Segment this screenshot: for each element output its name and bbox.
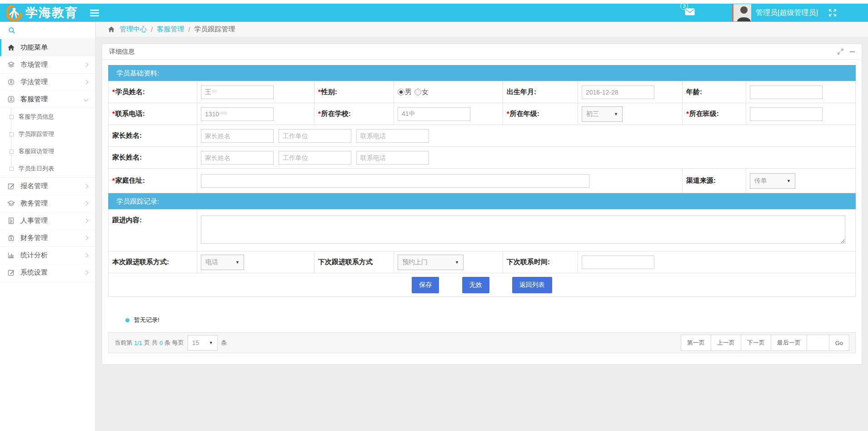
breadcrumb-home-icon[interactable] xyxy=(108,26,115,33)
school-field[interactable] xyxy=(398,107,470,121)
parent1-workplace-field[interactable] xyxy=(279,129,351,143)
address-label: *家庭住址: xyxy=(109,169,197,193)
expand-icon[interactable] xyxy=(838,49,843,55)
sidebar-search[interactable] xyxy=(0,22,95,39)
save-button[interactable]: 保存 xyxy=(412,277,439,293)
sidebar-item-study[interactable]: 学法管理 xyxy=(0,74,95,91)
sidebar-item-statistics[interactable]: 统计分析 xyxy=(0,247,95,264)
goto-page-input[interactable] xyxy=(807,335,829,351)
student-name-value: 王 xyxy=(205,88,211,96)
sidebar-item-settings[interactable]: 系统设置 xyxy=(0,264,95,281)
first-page-button[interactable]: 第一页 xyxy=(681,335,711,351)
sub-item-label: 学员跟踪管理 xyxy=(19,130,54,138)
parent2-name-field[interactable] xyxy=(201,151,274,165)
chevron-right-icon xyxy=(84,219,89,223)
address-field[interactable] xyxy=(201,174,589,188)
per-page-select[interactable]: 15 ▼ xyxy=(188,335,218,351)
detail-panel: 详细信息 学员基础资料: xyxy=(102,44,862,365)
sidebar-subitem-birthday-list[interactable]: 学员生日列表 xyxy=(0,160,95,177)
sidebar-item-function-menu[interactable]: 功能菜单 xyxy=(0,39,95,56)
search-input[interactable] xyxy=(19,27,83,34)
next-time-field[interactable] xyxy=(582,256,654,269)
school-label: *所在学校: xyxy=(314,103,394,125)
sidebar-item-market[interactable]: 市场管理 xyxy=(0,56,95,74)
invalid-button[interactable]: 无效 xyxy=(462,277,489,293)
table-row: 家长姓名: xyxy=(109,147,856,169)
gender-radio-male[interactable] xyxy=(398,89,404,95)
caret-down-icon: ▼ xyxy=(235,260,239,265)
breadcrumb-link-admin-center[interactable]: 管理中心 xyxy=(120,25,147,34)
id-card-icon xyxy=(7,217,15,225)
sidebar-subitem-student-info[interactable]: 客服学员信息 xyxy=(0,108,95,125)
table-row: 家长姓名: xyxy=(109,125,856,147)
message-count-badge: 3 xyxy=(680,2,688,10)
avatar[interactable] xyxy=(732,4,751,21)
sidebar-subitem-callback-management[interactable]: 客服回访管理 xyxy=(0,143,95,160)
student-name-redacted: ** xyxy=(212,89,217,96)
age-field[interactable] xyxy=(750,85,823,99)
per-page-value: 15 xyxy=(192,339,200,346)
next-page-button[interactable]: 下一页 xyxy=(741,335,771,351)
chevron-right-icon xyxy=(84,63,89,67)
birth-date-field[interactable] xyxy=(582,85,654,99)
chevron-right-icon xyxy=(84,236,89,241)
sidebar-item-finance[interactable]: 财务管理 xyxy=(0,230,95,247)
table-row: *联系电话: 1310 *** *所在学校: *所在年级: 初 xyxy=(109,103,856,125)
fullscreen-icon[interactable] xyxy=(828,8,837,17)
parent2-workplace-field[interactable] xyxy=(279,151,351,165)
go-button[interactable]: Go xyxy=(829,335,849,351)
breadcrumb-link-customer-service[interactable]: 客服管理 xyxy=(157,25,184,34)
sidebar-item-signup[interactable]: 报名管理 xyxy=(0,178,95,195)
prev-page-button[interactable]: 上一页 xyxy=(711,335,741,351)
phone-redacted: *** xyxy=(219,110,227,118)
parent1-phone-field[interactable] xyxy=(356,129,429,143)
sidebar-item-academic[interactable]: 教务管理 xyxy=(0,195,95,212)
back-to-list-button[interactable]: 返回列表 xyxy=(512,277,552,293)
bar-chart-icon xyxy=(7,251,15,259)
follow-content-label: 跟进内容: xyxy=(109,210,197,251)
empty-message: 暂无记录! xyxy=(125,316,856,324)
section-basic-info: 学员基础资料: xyxy=(108,65,856,81)
grade-select[interactable]: 初三 ▼ xyxy=(582,106,623,122)
sidebar-item-label: 系统设置 xyxy=(20,268,48,277)
channel-select[interactable]: 传单 ▼ xyxy=(750,173,795,189)
pagination-info: 条 xyxy=(221,339,227,347)
sidebar-subitem-student-tracking[interactable]: 学员跟踪管理 xyxy=(0,125,95,143)
parent1-name-field[interactable] xyxy=(201,129,274,143)
gender-radio-female[interactable] xyxy=(414,89,421,95)
sidebar-item-label: 财务管理 xyxy=(20,234,48,242)
follow-content-textarea[interactable] xyxy=(201,216,845,244)
next-time-label: 下次联系时间: xyxy=(503,251,578,273)
sidebar-item-hr[interactable]: 人事管理 xyxy=(0,212,95,230)
layers-icon xyxy=(7,61,15,69)
caret-down-icon: ▼ xyxy=(209,341,213,345)
parent2-phone-field[interactable] xyxy=(356,151,429,165)
pagination-info: 页 共 xyxy=(144,339,158,347)
this-contact-select[interactable]: 电话 ▼ xyxy=(201,255,244,270)
chevron-right-icon xyxy=(84,184,89,189)
pagination-info: 当前第 xyxy=(115,339,132,347)
messages-button[interactable]: 3 xyxy=(685,8,695,17)
sidebar-item-customer-service[interactable]: 客服管理 xyxy=(0,91,95,108)
chevron-right-icon xyxy=(84,271,89,275)
pagination-bar: 当前第1/1页 共0条 每页 15 ▼ 条 第一页 上一页 下一页 最后一页 xyxy=(108,332,856,353)
hamburger-menu-icon[interactable] xyxy=(90,8,99,18)
next-contact-select[interactable]: 预约上门 ▼ xyxy=(398,255,464,270)
student-name-field[interactable]: 王 ** xyxy=(201,85,274,99)
table-row: 本次跟进联系方式: 电话 ▼ 下次跟进联系方式 预约上门 ▼ xyxy=(109,251,856,273)
phone-field[interactable]: 1310 *** xyxy=(201,107,274,121)
last-page-button[interactable]: 最后一页 xyxy=(771,335,807,351)
sidebar-item-label: 市场管理 xyxy=(20,60,48,69)
admin-user-menu[interactable]: 管理员[超级管理员] xyxy=(756,8,818,18)
empty-message-text: 暂无记录! xyxy=(134,316,160,324)
collapse-icon[interactable] xyxy=(850,51,855,52)
user-icon xyxy=(7,95,15,103)
age-label: 年龄: xyxy=(683,81,746,103)
logo[interactable]: 学海教育 xyxy=(0,5,78,21)
section-tracking: 学员跟踪记录: xyxy=(108,193,856,209)
class-field[interactable] xyxy=(750,107,823,121)
search-icon[interactable] xyxy=(8,27,15,34)
customer-service-submenu: 客服学员信息 学员跟踪管理 客服回访管理 学员生日列表 xyxy=(0,108,95,178)
pagination-info: 条 每页 xyxy=(165,339,184,347)
pagination-total: 0 xyxy=(160,340,163,346)
